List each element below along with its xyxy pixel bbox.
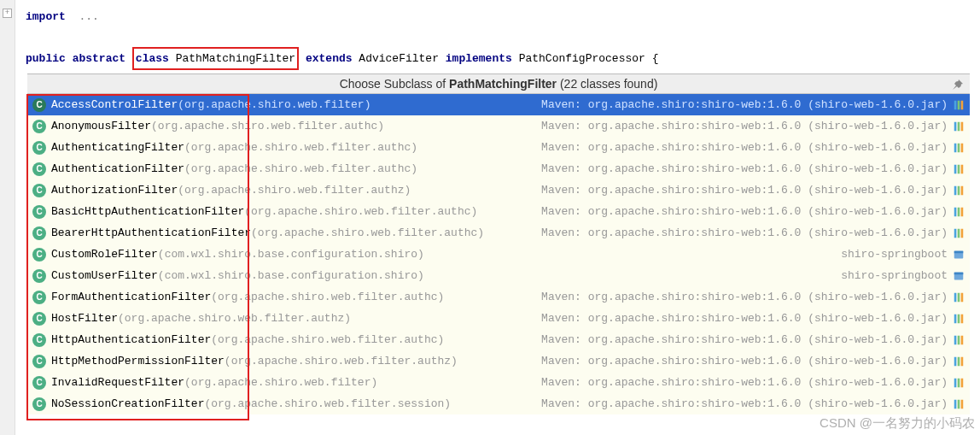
class-package-label: (org.apache.shiro.web.filter.authc) bbox=[244, 205, 477, 218]
class-package-label: (org.apache.shiro.web.filter.authz) bbox=[225, 355, 458, 367]
popup-header: Choose Subclass of PathMatchingFilter (2… bbox=[27, 74, 970, 94]
highlighted-class-box: class PathMatchingFilter bbox=[132, 47, 299, 70]
item-right: Maven: org.apache.shiro:shiro-web:1.6.0 … bbox=[541, 291, 965, 303]
class-name-label: CustomUserFilter bbox=[51, 269, 158, 282]
svg-rect-16 bbox=[958, 207, 960, 216]
class-name-label: HostFilter bbox=[51, 312, 118, 325]
location-label: Maven: org.apache.shiro:shiro-web:1.6.0 … bbox=[541, 141, 948, 154]
popup-title-suffix: (22 classes found) bbox=[557, 77, 657, 91]
class-name-label: HttpMethodPermissionFilter bbox=[51, 355, 225, 367]
item-right: Maven: org.apache.shiro:shiro-web:1.6.0 … bbox=[541, 184, 965, 197]
class-package-label: (org.apache.shiro.web.filter.authz) bbox=[118, 312, 351, 325]
import-keyword: import bbox=[26, 10, 66, 23]
class-name-label: AnonymousFilter bbox=[51, 120, 151, 132]
list-item[interactable]: CHttpAuthenticationFilter (org.apache.sh… bbox=[27, 329, 970, 350]
svg-rect-34 bbox=[954, 356, 957, 366]
location-label: Maven: org.apache.shiro:shiro-web:1.6.0 … bbox=[541, 120, 948, 132]
location-label: Maven: org.apache.shiro:shiro-web:1.6.0 … bbox=[541, 355, 948, 367]
list-item[interactable]: CCustomRoleFilter (com.wxl.shiro.base.co… bbox=[27, 244, 970, 265]
pin-icon[interactable] bbox=[951, 78, 965, 91]
class-keyword: class bbox=[136, 52, 169, 65]
svg-rect-27 bbox=[961, 292, 964, 302]
svg-rect-3 bbox=[954, 121, 957, 131]
item-right: Maven: org.apache.shiro:shiro-web:1.6.0 … bbox=[541, 355, 965, 367]
list-item[interactable]: CBasicHttpAuthenticationFilter (org.apac… bbox=[27, 201, 970, 222]
list-item[interactable]: CNoSessionCreationFilter (org.apache.shi… bbox=[27, 393, 970, 414]
list-item[interactable]: CHttpMethodPermissionFilter (org.apache.… bbox=[27, 350, 970, 372]
list-item[interactable]: CInvalidRequestFilter (org.apache.shiro.… bbox=[27, 372, 970, 393]
class-name-label: AccessControlFilter bbox=[51, 98, 178, 111]
item-right: Maven: org.apache.shiro:shiro-web:1.6.0 … bbox=[541, 205, 965, 218]
svg-rect-35 bbox=[958, 356, 960, 366]
location-label: Maven: org.apache.shiro:shiro-web:1.6.0 … bbox=[541, 333, 948, 346]
class-icon: C bbox=[32, 291, 46, 304]
location-label: Maven: org.apache.shiro:shiro-web:1.6.0 … bbox=[541, 397, 948, 410]
list-item[interactable]: CAuthenticatingFilter (org.apache.shiro.… bbox=[27, 137, 970, 158]
class-package-label: (org.apache.shiro.web.filter.authz) bbox=[178, 184, 411, 197]
location-label: shiro-springboot bbox=[841, 269, 948, 282]
implements-keyword: implements bbox=[446, 52, 512, 65]
class-package-label: (org.apache.shiro.web.filter.authc) bbox=[251, 226, 484, 239]
location-label: Maven: org.apache.shiro:shiro-web:1.6.0 … bbox=[541, 162, 948, 175]
class-package-label: (org.apache.shiro.web.filter.authc) bbox=[211, 333, 444, 346]
item-right: Maven: org.apache.shiro:shiro-web:1.6.0 … bbox=[541, 226, 965, 239]
svg-rect-26 bbox=[958, 292, 960, 302]
svg-rect-9 bbox=[954, 164, 957, 173]
svg-rect-24 bbox=[954, 272, 964, 274]
list-item[interactable]: CAnonymousFilter (org.apache.shiro.web.f… bbox=[27, 115, 970, 137]
item-right: Maven: org.apache.shiro:shiro-web:1.6.0 … bbox=[541, 333, 965, 346]
library-icon bbox=[953, 313, 965, 325]
class-package-label: (org.apache.shiro.web.filter.session) bbox=[204, 397, 451, 410]
svg-rect-8 bbox=[961, 143, 964, 152]
list-item[interactable]: CHostFilter (org.apache.shiro.web.filter… bbox=[27, 308, 970, 329]
library-icon bbox=[953, 356, 965, 367]
class-package-label: (com.wxl.shiro.base.configuration.shiro) bbox=[158, 248, 424, 261]
svg-rect-14 bbox=[961, 185, 964, 195]
item-right: shiro-springboot bbox=[841, 269, 965, 282]
class-name-label: NoSessionCreationFilter bbox=[51, 397, 204, 410]
svg-rect-29 bbox=[958, 314, 960, 323]
location-label: Maven: org.apache.shiro:shiro-web:1.6.0 … bbox=[541, 98, 948, 111]
class-name: PathMatchingFilter bbox=[176, 52, 295, 65]
item-right: Maven: org.apache.shiro:shiro-web:1.6.0 … bbox=[541, 397, 965, 410]
class-icon: C bbox=[32, 184, 46, 197]
svg-rect-25 bbox=[954, 292, 957, 302]
popup-list[interactable]: CAccessControlFilter (org.apache.shiro.w… bbox=[27, 94, 970, 414]
library-icon bbox=[953, 185, 965, 197]
extends-keyword: extends bbox=[306, 52, 353, 65]
class-name-label: BearerHttpAuthenticationFilter bbox=[51, 226, 251, 239]
library-icon bbox=[953, 206, 965, 218]
svg-rect-32 bbox=[958, 335, 960, 344]
svg-rect-31 bbox=[954, 335, 957, 344]
class-icon: C bbox=[32, 397, 46, 411]
list-item[interactable]: CCustomUserFilter (com.wxl.shiro.base.co… bbox=[27, 265, 970, 286]
location-label: Maven: org.apache.shiro:shiro-web:1.6.0 … bbox=[541, 312, 948, 325]
library-icon bbox=[953, 99, 965, 111]
list-item[interactable]: CBearerHttpAuthenticationFilter (org.apa… bbox=[27, 222, 970, 244]
list-item[interactable]: CAuthenticationFilter (org.apache.shiro.… bbox=[27, 158, 970, 179]
interface-name: PathConfigProcessor bbox=[519, 52, 645, 65]
class-icon: C bbox=[32, 226, 46, 240]
class-package-label: (org.apache.shiro.web.filter.authc) bbox=[184, 141, 417, 154]
item-right: Maven: org.apache.shiro:shiro-web:1.6.0 … bbox=[541, 162, 965, 175]
class-name-label: InvalidRequestFilter bbox=[51, 376, 184, 389]
library-icon bbox=[953, 334, 965, 346]
class-name-label: FormAuthenticationFilter bbox=[51, 291, 211, 303]
list-item[interactable]: CAccessControlFilter (org.apache.shiro.w… bbox=[27, 94, 970, 115]
item-right: Maven: org.apache.shiro:shiro-web:1.6.0 … bbox=[541, 98, 965, 111]
svg-rect-30 bbox=[961, 314, 964, 323]
class-package-label: (org.apache.shiro.web.filter.authc) bbox=[151, 120, 384, 132]
class-package-label: (org.apache.shiro.web.filter) bbox=[178, 98, 370, 111]
svg-rect-39 bbox=[961, 378, 964, 387]
editor-area: import ... public abstract class PathMat… bbox=[0, 0, 980, 77]
svg-rect-5 bbox=[961, 121, 964, 131]
class-icon: C bbox=[32, 333, 46, 347]
location-label: Maven: org.apache.shiro:shiro-web:1.6.0 … bbox=[541, 291, 948, 303]
fold-toggle-icon[interactable]: + bbox=[3, 9, 12, 18]
library-icon bbox=[953, 142, 965, 154]
list-item[interactable]: CAuthorizationFilter (org.apache.shiro.w… bbox=[27, 179, 970, 201]
svg-rect-42 bbox=[961, 399, 964, 409]
class-icon: C bbox=[32, 355, 46, 368]
list-item[interactable]: CFormAuthenticationFilter (org.apache.sh… bbox=[27, 286, 970, 308]
blank-line bbox=[17, 26, 971, 46]
